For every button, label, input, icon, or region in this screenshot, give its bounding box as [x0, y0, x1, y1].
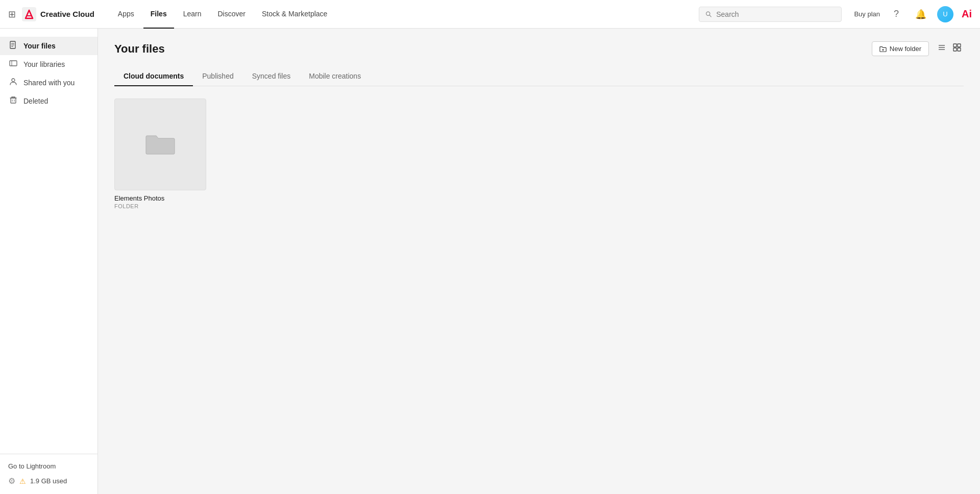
main-layout: Your files Your libraries [0, 0, 980, 494]
sidebar-item-label: Your files [23, 42, 56, 50]
sidebar-item-your-libraries[interactable]: Your libraries [0, 55, 97, 73]
svg-rect-0 [22, 7, 36, 21]
file-thumbnail [114, 98, 206, 190]
tab-mobile-creations[interactable]: Mobile creations [300, 67, 370, 86]
view-toggle [935, 41, 964, 57]
sidebar-item-label: Your libraries [23, 60, 65, 68]
sidebar-item-label: Shared with you [23, 79, 75, 87]
search-bar [699, 7, 842, 22]
your-libraries-icon [8, 59, 18, 69]
your-files-icon [8, 41, 18, 51]
grid-icon[interactable]: ⊞ [8, 9, 16, 20]
nav-links: Apps Files Learn Discover Stock & Market… [111, 0, 687, 29]
file-card[interactable]: Elements Photos FOLDER [114, 98, 206, 209]
list-compact-icon [937, 43, 946, 52]
sidebar-item-label: Deleted [23, 97, 48, 105]
tab-cloud-documents[interactable]: Cloud documents [114, 67, 193, 86]
user-avatar[interactable]: U [937, 6, 953, 22]
sidebar-navigation: Your files Your libraries [0, 29, 97, 454]
nav-right-actions: Buy plan ? 🔔 U Ai [854, 6, 972, 22]
nav-link-files[interactable]: Files [143, 0, 174, 29]
sidebar-item-deleted[interactable]: Deleted [0, 92, 97, 110]
list-view-compact-button[interactable] [935, 41, 948, 57]
new-folder-icon [879, 45, 887, 53]
tab-synced-files[interactable]: Synced files [243, 67, 300, 86]
top-navigation: ⊞ Creative Cloud Apps Files Learn Discov… [0, 0, 980, 29]
nav-link-apps[interactable]: Apps [111, 0, 141, 29]
nav-link-stock[interactable]: Stock & Marketplace [255, 0, 334, 29]
adobe-icon[interactable]: Ai [962, 8, 972, 20]
storage-warning-icon: ⚠ [19, 477, 26, 485]
creative-cloud-logo-icon [22, 7, 36, 21]
new-folder-label: New folder [890, 45, 921, 53]
shared-with-you-icon [8, 78, 18, 88]
folder-icon [145, 132, 176, 157]
logo-text: Creative Cloud [40, 10, 94, 18]
buy-plan-link[interactable]: Buy plan [854, 10, 880, 18]
settings-icon[interactable]: ⚙ [8, 476, 15, 486]
sidebar-item-shared-with-you[interactable]: Shared with you [0, 73, 97, 92]
svg-rect-21 [958, 44, 961, 47]
content-tabs: Cloud documents Published Synced files M… [114, 67, 964, 86]
grid-view-button[interactable] [950, 41, 964, 57]
search-icon [705, 11, 712, 18]
page-header: Your files New folder [114, 41, 964, 57]
svg-point-11 [12, 79, 15, 82]
nav-link-learn[interactable]: Learn [176, 0, 209, 29]
svg-rect-22 [953, 48, 957, 51]
new-folder-button[interactable]: New folder [872, 41, 929, 56]
search-input[interactable] [716, 10, 835, 18]
svg-rect-12 [11, 98, 16, 103]
file-grid: Elements Photos FOLDER [114, 98, 964, 209]
file-name: Elements Photos [114, 194, 206, 202]
sidebar: Your files Your libraries [0, 29, 98, 494]
storage-row: ⚙ ⚠ 1.9 GB used [8, 476, 89, 486]
header-actions: New folder [872, 41, 964, 57]
go-to-lightroom-link[interactable]: Go to Lightroom [8, 462, 89, 470]
tab-published[interactable]: Published [193, 67, 243, 86]
grid-view-icon [952, 43, 962, 52]
svg-rect-9 [10, 61, 17, 66]
svg-rect-20 [953, 44, 957, 47]
file-type: FOLDER [114, 203, 206, 209]
svg-line-4 [709, 15, 711, 16]
nav-link-discover[interactable]: Discover [211, 0, 253, 29]
notifications-icon[interactable]: 🔔 [913, 6, 929, 22]
main-content: Your files New folder [98, 29, 980, 494]
storage-text: 1.9 GB used [30, 477, 67, 485]
logo[interactable]: Creative Cloud [22, 7, 94, 21]
deleted-icon [8, 96, 18, 106]
page-title: Your files [114, 42, 165, 56]
svg-rect-23 [958, 48, 961, 51]
sidebar-bottom: Go to Lightroom ⚙ ⚠ 1.9 GB used [0, 454, 97, 494]
help-icon[interactable]: ? [888, 6, 904, 22]
sidebar-item-your-files[interactable]: Your files [0, 37, 97, 55]
